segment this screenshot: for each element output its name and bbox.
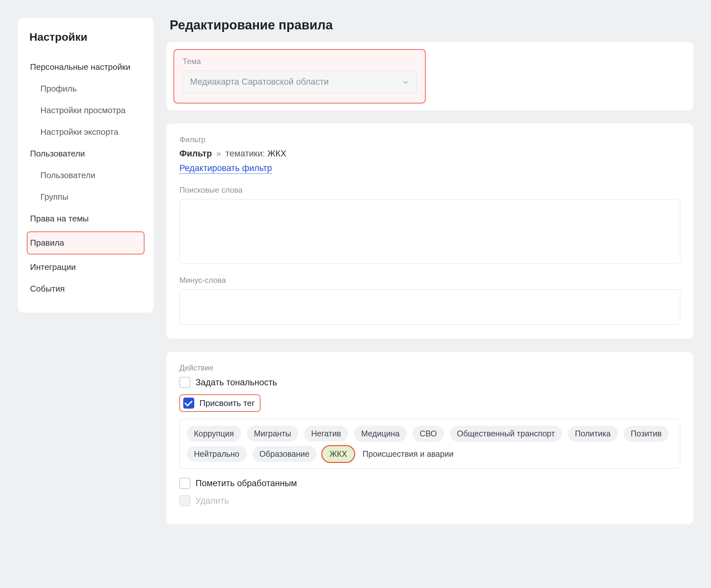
tag-9[interactable]: Образование	[253, 446, 317, 462]
chevron-down-icon	[402, 78, 409, 85]
tag-2[interactable]: Негатив	[304, 426, 348, 442]
tag-7[interactable]: Позитив	[624, 426, 669, 442]
nav-item-8[interactable]: Правила	[27, 231, 145, 254]
nav-item-6[interactable]: Группы	[27, 186, 144, 208]
nav-item-9[interactable]: Интеграции	[27, 256, 144, 278]
tag-4[interactable]: СВО	[412, 426, 444, 442]
settings-sidebar: Настройки Персональные настройкиПрофильН…	[18, 18, 153, 313]
filter-label: Фильтр	[179, 135, 680, 144]
nav-item-3[interactable]: Настройки экспорта	[27, 121, 144, 143]
bc-sep: »	[216, 149, 221, 159]
tonality-row: Задать тональность	[179, 377, 680, 388]
theme-select-value: Медиакарта Саратовской области	[190, 77, 329, 87]
page-title: Редактирование правила	[167, 18, 693, 32]
tag-11: Происшествия и аварии	[360, 446, 460, 462]
main-content: Редактирование правила Тема Медиакарта С…	[167, 18, 693, 537]
actions-card: Действие Задать тональность Присвоить те…	[167, 352, 693, 524]
nav-item-4[interactable]: Пользователи	[27, 143, 144, 165]
tag-1[interactable]: Мигранты	[247, 426, 298, 442]
actions-label: Действие	[179, 363, 680, 372]
processed-checkbox[interactable]	[179, 478, 190, 489]
tag-5[interactable]: Общественный транспорт	[450, 426, 562, 442]
assign-tag-label: Присвоить тег	[199, 398, 255, 408]
nav-item-1[interactable]: Профиль	[27, 78, 144, 100]
theme-card: Тема Медиакарта Саратовской области	[167, 42, 693, 110]
tonality-label: Задать тональность	[196, 378, 277, 387]
tag-8[interactable]: Нейтрально	[187, 446, 246, 462]
delete-row: Удалить	[179, 495, 680, 506]
filter-card: Фильтр Фильтр » тематики: ЖКХ Редактиров…	[167, 124, 693, 339]
tonality-checkbox[interactable]	[179, 377, 190, 388]
nav-item-2[interactable]: Настройки просмотра	[27, 100, 144, 121]
theme-block: Тема Медиакарта Саратовской области	[174, 49, 426, 103]
minus-words-label: Минус-слова	[179, 276, 680, 285]
search-words-label: Поисковые слова	[179, 186, 680, 195]
tag-6[interactable]: Политика	[568, 426, 618, 442]
bc-key: тематики:	[225, 149, 265, 159]
search-words-input[interactable]	[179, 199, 680, 264]
delete-label: Удалить	[196, 496, 229, 506]
tag-10[interactable]: ЖКХ	[322, 446, 354, 462]
delete-checkbox	[179, 495, 190, 506]
sidebar-title: Настройки	[27, 31, 144, 43]
nav-item-0[interactable]: Персональные настройки	[27, 56, 144, 78]
nav-item-5[interactable]: Пользователи	[27, 165, 144, 186]
processed-label: Пометить обработанным	[196, 478, 297, 488]
filter-breadcrumb: Фильтр » тематики: ЖКХ	[179, 149, 680, 159]
bc-root: Фильтр	[179, 149, 212, 159]
minus-words-input[interactable]	[179, 289, 680, 325]
assign-tag-checkbox[interactable]	[183, 398, 194, 408]
bc-val: ЖКХ	[267, 149, 286, 159]
assign-tag-row: Присвоить тег	[179, 394, 260, 412]
processed-row: Пометить обработанным	[179, 478, 680, 489]
nav-item-10[interactable]: События	[27, 278, 144, 300]
settings-nav: Персональные настройкиПрофильНастройки п…	[27, 56, 144, 300]
theme-select[interactable]: Медиакарта Саратовской области	[182, 70, 416, 93]
edit-filter-link[interactable]: Редактировать фильтр	[179, 163, 272, 174]
tag-0[interactable]: Коррупция	[187, 426, 241, 442]
nav-item-7[interactable]: Права на темы	[27, 208, 144, 230]
theme-label: Тема	[182, 57, 416, 66]
tags-well: КоррупцияМигрантыНегативМедицинаСВООбщес…	[179, 419, 680, 469]
tag-3[interactable]: Медицина	[354, 426, 407, 442]
